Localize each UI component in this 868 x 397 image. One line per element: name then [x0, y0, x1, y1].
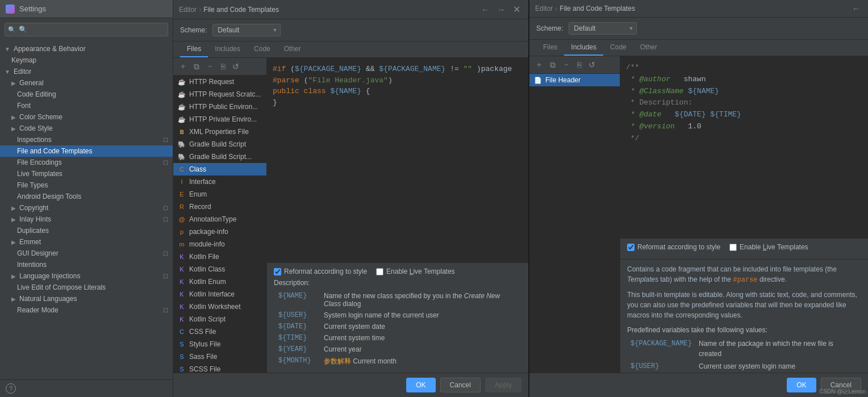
right-back-button[interactable]: ←: [850, 3, 862, 14]
list-item[interactable]: K Kotlin Worksheet: [173, 300, 266, 313]
list-item[interactable]: 📄 File Header: [529, 74, 620, 86]
tab-code[interactable]: Code: [247, 41, 277, 57]
tab-files[interactable]: Files: [180, 41, 208, 57]
sidebar-item-code-editing[interactable]: Code Editing: [0, 89, 173, 100]
sidebar-item-font[interactable]: Font: [0, 100, 173, 111]
list-item[interactable]: ☕ HTTP Private Enviro...: [173, 113, 266, 126]
tab-other[interactable]: Other: [277, 41, 308, 57]
list-item[interactable]: @ AnnotationType: [173, 213, 266, 225]
file-item-label: module-info: [189, 240, 225, 248]
list-item[interactable]: m module-info: [173, 238, 266, 250]
apply-button[interactable]: Apply: [485, 378, 521, 392]
list-item[interactable]: S Stylus File: [173, 338, 266, 350]
sidebar-item-android-design[interactable]: Android Design Tools: [0, 191, 173, 202]
sidebar-item-color-scheme[interactable]: ▶ Color Scheme: [0, 111, 173, 123]
list-item[interactable]: R Record: [173, 200, 266, 213]
reformat-checkbox[interactable]: [274, 268, 281, 275]
right-tab-code[interactable]: Code: [603, 40, 633, 56]
list-item[interactable]: K Kotlin Class: [173, 263, 266, 275]
right-remove-button[interactable]: －: [560, 58, 573, 71]
expand-arrow: ▶: [11, 296, 16, 302]
sidebar-item-intentions[interactable]: Intentions: [0, 259, 173, 270]
list-item[interactable]: 🐘 Gradle Build Script: [173, 138, 266, 151]
right-tab-includes[interactable]: Includes: [564, 40, 603, 56]
list-item[interactable]: p package-info: [173, 225, 266, 238]
list-item[interactable]: K Kotlin Enum: [173, 275, 266, 288]
sidebar-item-editor[interactable]: ▼ Editor: [0, 66, 173, 77]
list-item[interactable]: K Kotlin File: [173, 250, 266, 263]
right-reformat-checkbox[interactable]: [627, 244, 635, 251]
remove-file-button[interactable]: －: [204, 60, 216, 73]
right-cancel-button[interactable]: Cancel: [821, 378, 861, 392]
css-icon: S: [178, 353, 186, 361]
sidebar-item-inlay-hints[interactable]: ▶ Inlay Hints ☐: [0, 214, 173, 225]
cancel-button[interactable]: Cancel: [440, 378, 481, 392]
sidebar-item-label: Inspections: [17, 136, 52, 144]
list-item[interactable]: S SCSS File: [173, 363, 266, 373]
sidebar-item-emmet[interactable]: ▶ Emmet: [0, 236, 173, 248]
sidebar-item-keymap[interactable]: Keymap: [0, 55, 173, 66]
forward-button[interactable]: →: [495, 3, 507, 16]
list-item[interactable]: ☕ HTTP Public Environ...: [173, 101, 266, 113]
sidebar-item-reader-mode[interactable]: Reader Mode ☐: [0, 304, 173, 316]
list-item[interactable]: I Interface: [173, 175, 266, 188]
back-button[interactable]: ←: [479, 3, 491, 16]
sidebar-item-live-templates[interactable]: Live Templates: [0, 168, 173, 179]
help-button[interactable]: ?: [6, 383, 16, 394]
sidebar-item-file-types[interactable]: File Types: [0, 179, 173, 191]
file-item-label: File Header: [545, 76, 581, 84]
duplicate-button[interactable]: ⎘: [219, 60, 228, 73]
code-editor[interactable]: #if (${PACKAGE_NAME} && ${PACKAGE_NAME} …: [267, 58, 528, 262]
sidebar-item-file-code-templates[interactable]: File and Code Templates: [0, 145, 173, 157]
file-item-label: Gradle Build Script...: [189, 153, 252, 161]
right-scheme-select[interactable]: Default Project: [569, 22, 637, 35]
right-dup-button[interactable]: ⎘: [575, 58, 584, 71]
expand-arrow: ▶: [11, 126, 16, 132]
sidebar-item-gui-designer[interactable]: GUI Designer ☐: [0, 248, 173, 259]
list-item[interactable]: E Enum: [173, 188, 266, 200]
revert-button[interactable]: ↺: [230, 60, 241, 73]
list-item[interactable]: K Kotlin Script: [173, 313, 266, 325]
list-item[interactable]: K Kotlin Interface: [173, 288, 266, 300]
file-item-label: HTTP Request: [189, 78, 234, 86]
list-item[interactable]: S Sass File: [173, 350, 266, 363]
right-live-templates-label[interactable]: Enable Live Templates: [729, 243, 808, 251]
sidebar-item-language-injections[interactable]: ▶ Language Injections ☐: [0, 270, 173, 282]
search-input[interactable]: [5, 23, 168, 36]
sidebar-item-file-encodings[interactable]: File Encodings ☐: [0, 157, 173, 168]
right-desc-intro: Contains a code fragment that can be inc…: [627, 264, 861, 285]
right-tab-other[interactable]: Other: [633, 40, 664, 56]
list-item[interactable]: 🗎 XML Properties File: [173, 126, 266, 138]
sidebar-item-general[interactable]: ▶ General: [0, 77, 173, 89]
sidebar-item-copyright[interactable]: ▶ Copyright ☐: [0, 202, 173, 214]
right-revert-button[interactable]: ↺: [586, 58, 598, 71]
live-templates-checkbox-label[interactable]: Enable Live Templates: [376, 268, 455, 275]
sidebar-item-code-style[interactable]: ▶ Code Style: [0, 123, 173, 134]
right-reformat-label[interactable]: Reformat according to style: [627, 243, 720, 251]
add-file-button[interactable]: ＋: [177, 60, 189, 73]
tab-includes[interactable]: Includes: [208, 41, 247, 57]
sidebar-item-live-edit[interactable]: Live Edit of Compose Literals: [0, 282, 173, 293]
close-button[interactable]: ✕: [511, 3, 523, 16]
gradle-icon: 🐘: [178, 140, 186, 148]
live-templates-checkbox[interactable]: [376, 268, 383, 275]
right-copy-button[interactable]: ⧉: [548, 58, 558, 71]
sidebar-item-inspections[interactable]: Inspections ☐: [0, 134, 173, 145]
right-live-templates-checkbox[interactable]: [729, 244, 737, 251]
list-item[interactable]: C CSS File: [173, 325, 266, 338]
right-add-button[interactable]: ＋: [533, 58, 545, 71]
right-code-editor[interactable]: /** * @author shawn * @ClassName ${NAME}…: [620, 56, 868, 238]
right-ok-button[interactable]: OK: [787, 378, 816, 392]
sidebar-item-natural-languages[interactable]: ▶ Natural Languages: [0, 293, 173, 304]
copy-file-button[interactable]: ⧉: [191, 60, 202, 73]
sidebar-item-duplicates[interactable]: Duplicates: [0, 225, 173, 236]
ok-button[interactable]: OK: [406, 378, 435, 392]
right-tab-files[interactable]: Files: [536, 40, 564, 56]
reformat-checkbox-label[interactable]: Reformat according to style: [274, 268, 367, 275]
sidebar-item-appearance[interactable]: ▼ Appearance & Behavior: [0, 43, 173, 55]
list-item[interactable]: C Class: [173, 163, 266, 175]
list-item[interactable]: 🐘 Gradle Build Script...: [173, 151, 266, 163]
scheme-select[interactable]: Default Project: [212, 24, 281, 36]
list-item[interactable]: ☕ HTTP Request: [173, 76, 266, 88]
list-item[interactable]: ☕ HTTP Request Scratc...: [173, 88, 266, 101]
